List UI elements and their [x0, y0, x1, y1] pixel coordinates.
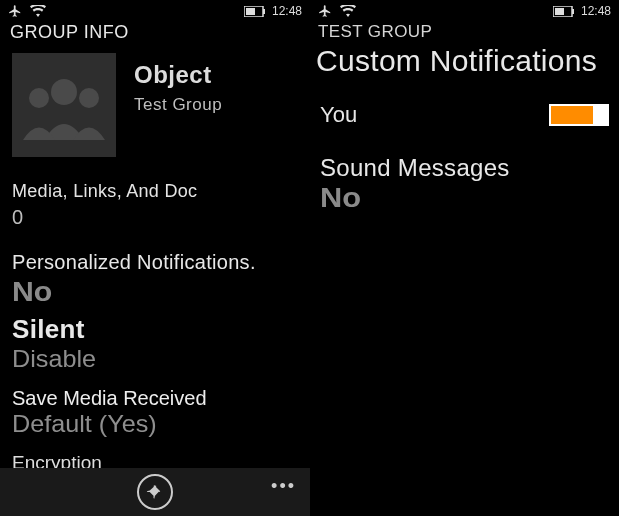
more-button[interactable]: ••• [271, 476, 296, 497]
airplane-mode-icon [8, 4, 22, 18]
svg-rect-2 [263, 9, 265, 14]
battery-icon [244, 6, 266, 17]
sound-messages-value: No [320, 182, 619, 214]
silent-value: Disable [12, 345, 310, 373]
svg-rect-7 [555, 8, 564, 15]
svg-point-4 [29, 88, 49, 108]
save-media-title[interactable]: Save Media Received [12, 387, 298, 410]
app-bar: ••• [0, 468, 310, 516]
breadcrumb: TEST GROUP [310, 20, 619, 42]
svg-rect-8 [572, 9, 574, 14]
page-title: GROUP INFO [0, 20, 310, 47]
personalized-notifications-title[interactable]: Personalized Notifications. [12, 251, 298, 274]
personalized-notifications-value: No [12, 276, 310, 308]
clock-text: 12:48 [581, 4, 611, 18]
status-bar: 12:48 [310, 0, 619, 20]
pin-button[interactable] [137, 474, 173, 510]
svg-point-3 [51, 79, 77, 105]
group-avatar [12, 53, 116, 157]
svg-rect-1 [246, 8, 255, 15]
airplane-mode-icon [318, 4, 332, 18]
clock-text: 12:48 [272, 4, 302, 18]
status-bar: 12:48 [0, 0, 310, 20]
wifi-icon [340, 5, 356, 17]
silent-title[interactable]: Silent [12, 314, 298, 345]
custom-notifications-screen: 12:48 TEST GROUP Custom Notifications Yo… [310, 0, 619, 516]
group-name-label: Test Group [134, 95, 222, 115]
wifi-icon [30, 5, 46, 17]
media-links-count: 0 [12, 206, 298, 229]
group-object-label: Object [134, 61, 222, 89]
group-info-screen: 12:48 GROUP INFO Object Test Group [0, 0, 310, 516]
sound-messages-title[interactable]: Sound Messages [320, 154, 609, 182]
group-header[interactable]: Object Test Group [0, 47, 310, 163]
media-links-title[interactable]: Media, Links, And Doc [12, 181, 298, 202]
page-heading: Custom Notifications [310, 42, 619, 78]
you-label: You [320, 102, 357, 128]
svg-point-5 [79, 88, 99, 108]
custom-notifications-toggle[interactable] [549, 104, 609, 126]
battery-icon [553, 6, 575, 17]
save-media-value: Default (Yes) [12, 410, 310, 438]
